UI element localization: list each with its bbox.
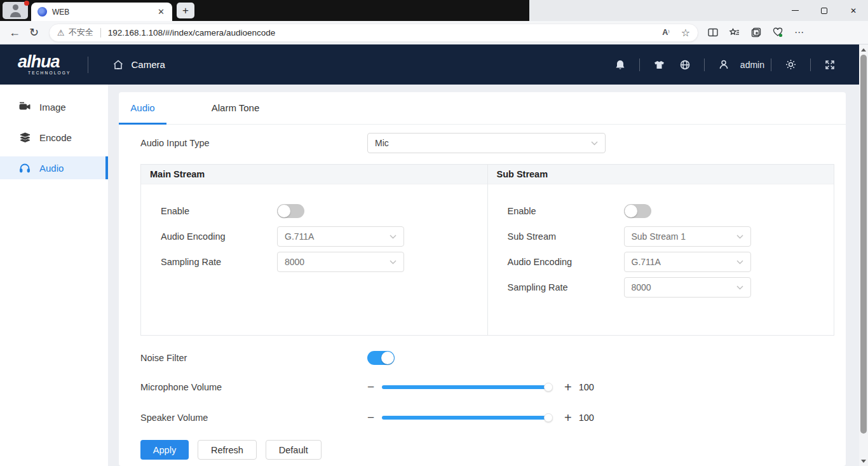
speaker-volume-slider[interactable] [382, 416, 548, 420]
read-aloud-icon[interactable]: A⁾ [662, 28, 670, 37]
microphone-volume-slider[interactable] [382, 385, 548, 389]
sidebar-item-encode[interactable]: Encode [0, 126, 108, 149]
dahua-logo: alhua TECHNOLOGY [18, 53, 71, 76]
sidebar-item-image[interactable]: Image [0, 95, 108, 118]
noise-filter-row: Noise Filter [140, 350, 846, 366]
volume-increase-button[interactable]: + [564, 411, 572, 425]
browser-essentials-icon[interactable] [767, 27, 789, 38]
address-bar[interactable]: ⚠ 不安全 192.168.1.108/#/index/camera/audio… [49, 24, 698, 42]
url-text[interactable]: 192.168.1.108/#/index/camera/audioencode [108, 28, 663, 38]
microphone-volume-value: 100 [579, 382, 594, 392]
skin-theme-icon[interactable] [653, 59, 665, 71]
sidebar-item-label: Image [39, 102, 66, 113]
action-buttons: Apply Refresh Default [140, 440, 846, 460]
header-divider [810, 58, 811, 71]
audio-settings-form: Audio Input Type Mic Main Stream [119, 133, 846, 460]
fullscreen-icon[interactable] [824, 59, 836, 71]
header-divider [771, 58, 771, 71]
user-icon[interactable] [718, 59, 729, 71]
header-divider [704, 58, 705, 71]
browser-menu-icon[interactable]: ⋯ [789, 27, 810, 38]
home-icon[interactable] [112, 58, 125, 71]
apply-button[interactable]: Apply [140, 440, 189, 460]
chevron-down-icon [390, 235, 397, 239]
sub-stream-value: Sub Stream 1 [632, 231, 686, 242]
favorites-icon[interactable] [724, 27, 745, 38]
encode-layers-icon [19, 132, 31, 143]
main-audio-encoding-select[interactable]: G.711A [277, 226, 404, 247]
tab-audio[interactable]: Audio [119, 92, 166, 125]
sub-enable-row: Enable [508, 201, 834, 221]
main-stream-panel: Main Stream Enable Audio Encoding G.711A [141, 165, 487, 335]
tab-close-icon[interactable]: ✕ [155, 7, 167, 17]
sub-audio-encoding-select[interactable]: G.711A [624, 252, 751, 272]
microphone-volume-label: Microphone Volume [140, 382, 367, 392]
sub-audio-encoding-row: Audio Encoding G.711A [508, 252, 834, 272]
notification-bell-icon[interactable] [614, 59, 626, 71]
back-button[interactable]: ← [9, 27, 20, 38]
page-scrollbar[interactable] [859, 45, 868, 466]
favorite-star-icon[interactable]: ☆ [681, 27, 690, 39]
sidebar-item-audio[interactable]: Audio [0, 156, 108, 179]
image-camera-icon [19, 102, 31, 112]
collections-icon[interactable] [745, 27, 767, 38]
sub-sampling-rate-select[interactable]: 8000 [624, 277, 751, 298]
new-tab-button[interactable]: + [177, 3, 194, 18]
settings-gear-icon[interactable] [785, 58, 797, 71]
scrollbar-thumb[interactable] [860, 55, 867, 434]
main-sampling-rate-select[interactable]: 8000 [277, 252, 404, 272]
chevron-down-icon [736, 285, 743, 290]
sub-stream-select[interactable]: Sub Stream 1 [624, 226, 751, 247]
username-label[interactable]: admin [740, 60, 764, 70]
scroll-down-arrow[interactable] [859, 456, 868, 465]
noise-filter-toggle[interactable] [367, 351, 395, 365]
refresh-button[interactable]: ↻ [29, 27, 39, 38]
speaker-volume-label: Speaker Volume [140, 413, 367, 423]
volume-decrease-button[interactable]: − [367, 411, 381, 425]
browser-tab[interactable]: WEB ✕ [31, 3, 172, 21]
main-sampling-rate-value: 8000 [285, 257, 304, 267]
window-minimize-button[interactable] [780, 0, 810, 21]
volume-increase-button[interactable]: + [564, 380, 572, 395]
chevron-down-icon [591, 141, 598, 146]
window-restore-button[interactable] [810, 0, 839, 21]
audio-input-type-select[interactable]: Mic [367, 133, 606, 153]
audio-headphones-icon [19, 163, 31, 173]
audio-input-type-label: Audio Input Type [140, 138, 367, 148]
slider-handle[interactable] [544, 413, 553, 422]
window-close-button[interactable]: ✕ [839, 0, 868, 21]
header-divider [88, 57, 88, 73]
browser-profile-button[interactable] [3, 2, 28, 19]
sidebar-item-label: Audio [39, 163, 64, 174]
sub-sampling-rate-row: Sampling Rate 8000 [508, 277, 834, 298]
speaker-volume-value: 100 [579, 413, 594, 423]
main-enable-row: Enable [161, 201, 487, 221]
enable-label: Enable [508, 206, 624, 216]
sampling-rate-label: Sampling Rate [508, 282, 624, 292]
profile-notification-dot [24, 1, 29, 6]
chevron-down-icon [736, 260, 743, 264]
sub-stream-enable-toggle[interactable] [624, 204, 651, 218]
refresh-button[interactable]: Refresh [198, 440, 257, 460]
app-header: alhua TECHNOLOGY Camera admin [0, 45, 859, 85]
settings-card: Audio Alarm Tone Audio Input Type Mic [119, 92, 846, 466]
scroll-up-arrow[interactable] [859, 45, 868, 54]
language-globe-icon[interactable] [679, 59, 691, 71]
volume-decrease-button[interactable]: − [367, 380, 381, 394]
main-sampling-rate-row: Sampling Rate 8000 [161, 252, 487, 272]
sub-stream-label: Sub Stream [508, 231, 624, 242]
not-secure-warning-icon: ⚠ [57, 28, 65, 38]
default-button[interactable]: Default [266, 440, 322, 460]
main-stream-enable-toggle[interactable] [277, 204, 304, 218]
chevron-down-icon [390, 260, 397, 264]
main-audio-encoding-row: Audio Encoding G.711A [161, 226, 487, 247]
not-secure-label: 不安全 [69, 27, 93, 38]
tab-alarm-tone[interactable]: Alarm Tone [189, 92, 281, 125]
slider-handle[interactable] [544, 383, 553, 392]
sidebar-item-label: Encode [39, 132, 72, 143]
split-screen-icon[interactable] [702, 27, 724, 38]
audio-input-type-value: Mic [375, 138, 389, 148]
sampling-rate-label: Sampling Rate [161, 257, 277, 267]
sidebar: Image Encode Audio [0, 85, 108, 466]
sub-stream-title: Sub Stream [488, 165, 834, 184]
